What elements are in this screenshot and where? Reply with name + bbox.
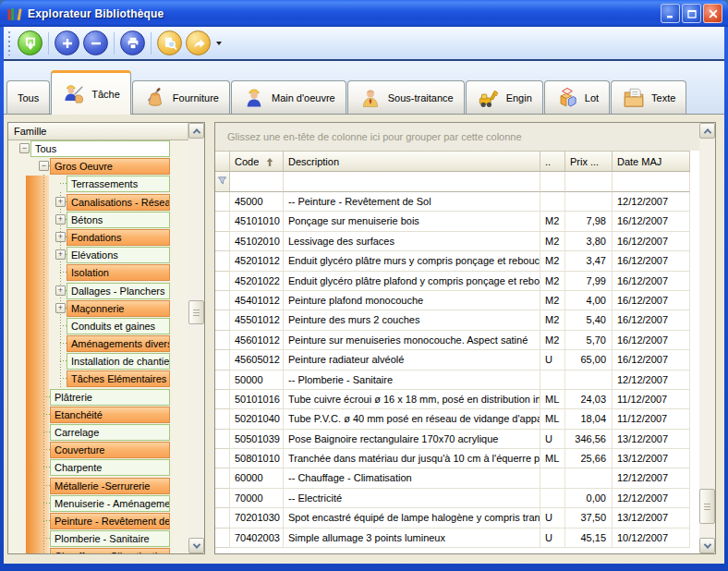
grid-row[interactable]: 45401012Peinture plafond monocoucheM24,0… — [215, 291, 690, 310]
grid-row[interactable]: 45102010Lessivage des surfacesM23,8016/1… — [215, 232, 690, 251]
panel-splitter[interactable] — [205, 122, 214, 554]
row-indicator-cell — [215, 371, 230, 390]
tree-item[interactable]: +Maçonnerie — [8, 300, 188, 317]
tree-item[interactable]: +Elévations — [8, 247, 188, 263]
grid-row[interactable]: 45101010Ponçage sur menuiserie boisM27,9… — [215, 212, 690, 231]
tab-main-d-oeuvre[interactable]: Main d'oeuvre — [231, 80, 346, 114]
tree-item[interactable]: Charpente — [8, 459, 188, 476]
tree-item[interactable]: Menuiserie - Aménagement — [8, 495, 188, 512]
close-button[interactable] — [703, 4, 722, 23]
tab-texte[interactable]: Texte — [611, 80, 686, 114]
tree-expander-plus[interactable]: + — [55, 214, 66, 225]
remove-button[interactable] — [83, 30, 108, 55]
tab-t-che[interactable]: Tâche — [51, 70, 131, 115]
scroll-up-button[interactable] — [188, 123, 204, 139]
tree-item[interactable]: Peinture - Revêtement de ... — [8, 513, 188, 529]
tab-sous-traitance[interactable]: Sous-traitance — [347, 80, 465, 114]
title-bar[interactable]: Explorateur Bibliothèque — [0, 0, 728, 27]
print-button[interactable] — [120, 30, 145, 55]
minimize-button[interactable] — [661, 4, 680, 23]
grid-row[interactable]: 70201030Spot encastré équipé de lampe ha… — [215, 508, 690, 528]
grid-row[interactable]: 45201012Enduit glycéro plâtre murs y com… — [215, 251, 690, 271]
tree-expander-plus[interactable]: + — [55, 232, 66, 242]
tree-item[interactable]: Plomberie - Sanitaire — [8, 530, 188, 547]
tree-item-label: Chauffage - Climatisation — [50, 548, 170, 553]
quit-button[interactable] — [18, 30, 42, 55]
scroll-up-button[interactable] — [699, 123, 715, 139]
tree-connector — [60, 343, 67, 344]
tree-expander-plus[interactable]: + — [55, 303, 66, 313]
export-menu-button[interactable] — [214, 30, 224, 55]
export-button[interactable] — [186, 30, 211, 55]
grid-row[interactable]: 70402003Simple allumage 3 points lumineu… — [215, 528, 690, 548]
tree-item[interactable]: +Bétons — [8, 212, 188, 228]
grid-row[interactable]: 45000-- Peinture - Revêtement de Sol12/1… — [215, 192, 690, 212]
tree-item[interactable]: +Canalisations - Réseaux — [8, 194, 188, 211]
filter-cell[interactable] — [565, 172, 613, 192]
tree-item[interactable]: Aménagements divers — [8, 335, 188, 352]
grid-row[interactable]: 45601012Peinture sur menuiseries monocou… — [215, 331, 690, 350]
tab-fourniture[interactable]: Fourniture — [132, 80, 230, 114]
tree-item[interactable]: Tâches Elémentaires — [8, 371, 188, 387]
tree-connector — [43, 431, 50, 432]
tree-item[interactable]: −Tous — [8, 140, 188, 157]
tree-item[interactable]: +Dallages - Planchers — [8, 283, 188, 299]
tree-item[interactable]: Couverture — [8, 442, 188, 458]
column-header-code[interactable]: Code — [230, 152, 284, 172]
tree-expander-plus[interactable]: + — [55, 197, 66, 207]
tree-item[interactable]: Installation de chantiers — [8, 353, 188, 370]
grid-row[interactable]: 45605012Peinture radiateur alvéoléU65,00… — [215, 350, 690, 370]
group-by-drop-zone[interactable]: Glissez une en-tête de colonne ici pour … — [215, 123, 699, 151]
tree-header-famille[interactable]: Famille — [8, 123, 188, 140]
tree-item[interactable]: Isolation — [8, 264, 188, 281]
grid-row[interactable]: 50201040Tube P.V.C. ø 40 mm posé en rése… — [215, 409, 690, 429]
scroll-down-button[interactable] — [188, 538, 204, 553]
date-cell: 16/12/2007 — [613, 310, 690, 330]
tree-item[interactable]: Plâtrerie — [8, 389, 188, 406]
maximize-button[interactable] — [682, 4, 701, 23]
tree-expander-minus[interactable]: − — [19, 143, 30, 153]
grid-row[interactable]: 70000-- Electricité0,0012/12/2007 — [215, 489, 690, 508]
code-cell: 50000 — [230, 371, 284, 390]
tree-expander-plus[interactable]: + — [55, 286, 66, 296]
tree-item[interactable]: Carrelage — [8, 424, 188, 441]
filter-button[interactable] — [215, 172, 230, 192]
filter-cell[interactable] — [613, 172, 690, 192]
tab-lot[interactable]: Lot — [544, 80, 610, 114]
grid-row[interactable]: 50801010Tranchée dans matériau dur jusqu… — [215, 449, 690, 468]
add-button[interactable] — [55, 30, 79, 55]
tree-rows: −Tous−Gros OeuvreTerrassements+Canalisat… — [8, 140, 188, 553]
tree-expander-minus[interactable]: − — [39, 161, 49, 171]
tree-item[interactable]: Etanchéité — [8, 407, 188, 423]
scrollbar-thumb[interactable] — [699, 489, 715, 524]
filter-cell[interactable] — [540, 172, 565, 192]
tree-item[interactable]: −Gros Oeuvre — [8, 158, 188, 175]
code-cell: 60000 — [230, 468, 284, 488]
tree-item[interactable]: Conduits et gaines — [8, 318, 188, 334]
tree-item[interactable]: Métallerie -Serrurerie — [8, 478, 188, 494]
row-indicator-header[interactable] — [215, 152, 230, 172]
grid-row[interactable]: 60000-- Chauffage - Climatisation12/12/2… — [215, 468, 690, 488]
preview-button[interactable] — [157, 30, 182, 55]
column-header-date-maj[interactable]: Date MAJ — [613, 152, 690, 172]
tree-item[interactable]: Terrassements — [8, 176, 188, 192]
price-cell: 5,40 — [565, 310, 613, 330]
tab-tous[interactable]: Tous — [6, 80, 50, 114]
tree-item[interactable]: +Fondations — [8, 229, 188, 246]
tab-engin[interactable]: Engin — [466, 80, 543, 114]
grid-row[interactable]: 50501039Pose Baignoire rectangulaire 170… — [215, 430, 690, 449]
tree-expander-plus[interactable]: + — [55, 249, 66, 260]
grid-row[interactable]: 50000-- Plomberie - Sanitaire12/12/2007 — [215, 371, 690, 390]
toolbar-grip[interactable] — [7, 31, 11, 55]
filter-cell[interactable] — [230, 172, 284, 192]
tree-item[interactable]: Chauffage - Climatisation — [8, 548, 188, 553]
scrollbar-thumb[interactable] — [188, 300, 204, 324]
column-header-prix-[interactable]: Prix ... — [565, 152, 613, 172]
column-header--[interactable]: .. — [540, 152, 565, 172]
grid-row[interactable]: 50101016Tube cuivre écroui ø 16 x 18 mm,… — [215, 390, 690, 409]
column-header-description[interactable]: Description — [284, 152, 540, 172]
filter-cell[interactable] — [284, 172, 540, 192]
grid-row[interactable]: 45501012Peinture des murs 2 couchesM25,4… — [215, 310, 690, 330]
grid-row[interactable]: 45201022Enduit glycéro plâtre plafond y … — [215, 272, 690, 291]
scroll-down-button[interactable] — [699, 538, 715, 553]
